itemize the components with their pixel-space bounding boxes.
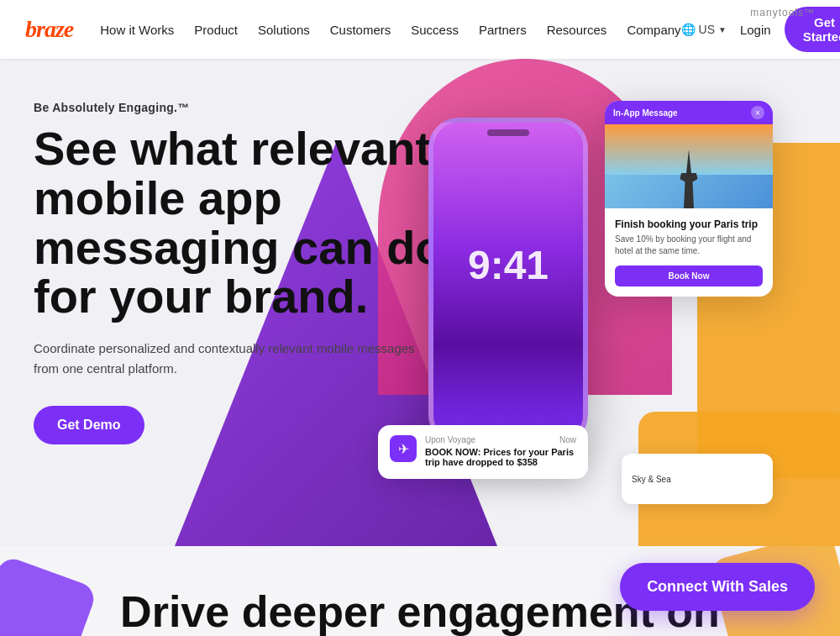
lang-selector[interactable]: 🌐 US ▼ [681, 23, 727, 36]
inapp-book-button[interactable]: Book Now [615, 265, 763, 286]
notification-time: Now [559, 435, 576, 444]
connect-with-sales-button[interactable]: Connect With Sales [620, 563, 815, 611]
navbar-left: braze How it Works Product Solutions Cus… [25, 16, 681, 43]
notification-card: ✈ Upon Voyage Now BOOK NOW: Prices for y… [378, 425, 588, 479]
nav-link-resources[interactable]: Resources [547, 23, 607, 37]
phone-screen: 9:41 [433, 123, 583, 440]
phone-time: 9:41 [468, 242, 549, 288]
inapp-title: Finish booking your Paris trip [615, 218, 763, 230]
notification-content: Upon Voyage Now BOOK NOW: Prices for you… [425, 435, 576, 469]
notification-app: Upon Voyage [425, 435, 475, 444]
bottom-shape-left [0, 555, 98, 636]
inapp-image [605, 124, 773, 208]
login-button[interactable]: Login [740, 23, 771, 37]
nav-link-company[interactable]: Company [627, 23, 680, 37]
phone-area: 9:41 ✈ Upon Voyage Now BOOK NOW: Prices … [403, 84, 756, 529]
partial-card-text: Sky & Sea [632, 475, 671, 484]
hero-section: Be Absolutely Engaging.™ See what releva… [0, 59, 840, 546]
inapp-body: Finish booking your Paris trip Save 10% … [605, 208, 773, 297]
inapp-close-button[interactable]: × [751, 106, 764, 119]
inapp-label: In-App Message [613, 108, 678, 118]
nav-link-how-it-works[interactable]: How it Works [100, 23, 174, 37]
partial-card: Sky & Sea [622, 454, 773, 504]
nav-link-product[interactable]: Product [194, 23, 238, 37]
get-demo-button[interactable]: Get Demo [34, 406, 144, 444]
nav-link-success[interactable]: Success [411, 23, 459, 37]
phone-notch [487, 129, 529, 136]
chevron-down-icon: ▼ [718, 25, 727, 34]
navbar: braze How it Works Product Solutions Cus… [0, 0, 840, 59]
notification-title: BOOK NOW: Prices for your Paris trip hav… [425, 447, 576, 467]
inapp-description: Save 10% by booking your flight and hote… [615, 234, 763, 257]
notification-header: Upon Voyage Now [425, 435, 576, 444]
inapp-header: In-App Message × [605, 101, 773, 124]
notification-icon: ✈ [390, 435, 417, 462]
nav-link-customers[interactable]: Customers [330, 23, 391, 37]
logo[interactable]: braze [25, 16, 73, 43]
nav-link-solutions[interactable]: Solutions [258, 23, 310, 37]
phone-main: 9:41 [428, 118, 588, 445]
lang-label: US [699, 23, 715, 36]
inapp-card: In-App Message × Finish booking your Par… [605, 101, 773, 297]
nav-link-partners[interactable]: Partners [479, 23, 527, 37]
globe-icon: 🌐 [681, 23, 696, 36]
manytools-badge: manytools™ [750, 7, 815, 18]
hero-description: Coordinate personalized and contextually… [34, 339, 420, 379]
nav-links: How it Works Product Solutions Customers… [100, 23, 680, 37]
